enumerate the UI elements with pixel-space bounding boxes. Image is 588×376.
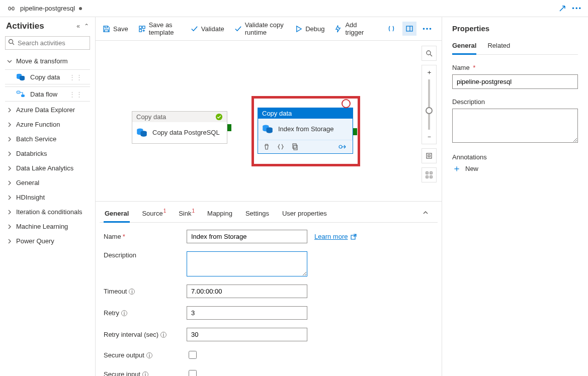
- plus-icon: ＋: [452, 164, 461, 173]
- sidebar-group-databricks[interactable]: Databricks: [0, 146, 95, 161]
- pipeline-description-label: Description: [452, 98, 578, 106]
- delete-icon[interactable]: [263, 143, 270, 150]
- sidebar-group-batch-service[interactable]: Batch Service: [0, 132, 95, 146]
- more-menu-icon[interactable]: •••: [572, 5, 582, 12]
- timeout-label: Timeouti: [104, 288, 187, 295]
- database-copy-icon: [136, 127, 147, 137]
- external-link-icon: [351, 234, 357, 240]
- svg-point-22: [427, 51, 431, 55]
- detail-tab-user-properties[interactable]: User properties: [281, 207, 328, 222]
- add-trigger-button[interactable]: Add trigger: [334, 21, 364, 36]
- zoom-slider[interactable]: ＋ －: [422, 65, 437, 144]
- sidebar-group-move-transform[interactable]: Move & transform: [0, 54, 95, 68]
- activity-data-flow[interactable]: Data flow ⋮⋮: [5, 86, 90, 102]
- svg-rect-11: [139, 29, 142, 32]
- trigger-icon: [334, 25, 342, 33]
- retry-input[interactable]: [187, 306, 307, 320]
- output-arrow-icon[interactable]: [339, 143, 348, 150]
- info-icon[interactable]: i: [121, 310, 127, 316]
- window-expand-icon[interactable]: [559, 5, 566, 12]
- props-tab-related[interactable]: Related: [487, 40, 510, 54]
- info-icon[interactable]: i: [146, 352, 152, 358]
- zoom-in-button[interactable]: ＋: [422, 65, 436, 79]
- retry-interval-input[interactable]: [187, 328, 307, 341]
- svg-line-23: [430, 54, 432, 56]
- sidebar-group-azure-data-explorer[interactable]: Azure Data Explorer: [0, 103, 95, 117]
- activity-name-input[interactable]: [187, 230, 307, 243]
- secure-output-checkbox[interactable]: [189, 351, 197, 359]
- detail-tab-settings[interactable]: Settings: [244, 207, 270, 222]
- pipeline-description-input[interactable]: [452, 109, 578, 143]
- chevron-right-icon: [7, 166, 12, 171]
- sidebar-group-machine-learning[interactable]: Machine Learning: [0, 219, 95, 234]
- secure-input-label: Secure inputi: [104, 370, 187, 377]
- detail-tab-mapping[interactable]: Mapping: [206, 207, 233, 222]
- properties-toggle-button[interactable]: [402, 22, 416, 36]
- svg-rect-0: [9, 7, 11, 10]
- add-annotation-button[interactable]: ＋ New: [452, 164, 578, 173]
- svg-rect-25: [428, 155, 430, 157]
- database-copy-icon: [16, 73, 25, 81]
- pipeline-icon: [8, 5, 16, 13]
- canvas-node-copy-postgresql[interactable]: Copy data Copy data PostgreSQL: [132, 111, 227, 144]
- play-icon: [295, 25, 302, 33]
- debug-button[interactable]: Debug: [295, 25, 324, 33]
- learn-more-link[interactable]: Learn more: [314, 233, 357, 240]
- chevron-right-icon: [7, 180, 12, 185]
- auto-layout-button[interactable]: [422, 167, 437, 182]
- svg-rect-1: [12, 7, 14, 10]
- node-output-port[interactable]: [227, 124, 231, 131]
- pipeline-canvas[interactable]: Copy data Copy data PostgreSQL: [96, 41, 442, 201]
- activities-search-input[interactable]: [5, 36, 90, 50]
- node-output-port[interactable]: [353, 128, 357, 135]
- sidebar-group-power-query[interactable]: Power Query: [0, 234, 95, 248]
- sidebar-group-azure-function[interactable]: Azure Function: [0, 117, 95, 132]
- validate-button[interactable]: Validate: [191, 25, 224, 33]
- detail-tab-source[interactable]: Source1: [141, 207, 166, 222]
- properties-panel: Properties General Related Name * Descri…: [442, 17, 588, 376]
- save-as-template-button[interactable]: Save as template: [138, 21, 181, 36]
- secure-input-checkbox[interactable]: [189, 370, 197, 376]
- fit-to-screen-button[interactable]: [422, 148, 437, 163]
- save-button[interactable]: Save: [103, 25, 128, 33]
- chevron-right-icon: [7, 195, 12, 200]
- detail-tab-general[interactable]: General: [104, 207, 130, 222]
- error-badge-icon: 1: [163, 208, 166, 214]
- pipeline-name-input[interactable]: [452, 74, 578, 89]
- database-copy-icon: [262, 124, 273, 134]
- sidebar-group-data-lake-analytics[interactable]: Data Lake Analytics: [0, 161, 95, 175]
- sidebar-group-general[interactable]: General: [0, 175, 95, 190]
- pipeline-tab[interactable]: pipeline-postgresql: [4, 3, 86, 15]
- status-ok-icon: [215, 113, 223, 121]
- check-icon: [191, 25, 198, 33]
- info-icon[interactable]: i: [129, 289, 135, 295]
- dataflow-icon: [16, 90, 25, 98]
- activity-copy-data[interactable]: Copy data ⋮⋮: [5, 69, 90, 84]
- zoom-out-button[interactable]: －: [422, 130, 436, 144]
- sidebar-title: Activities: [6, 21, 76, 31]
- info-icon[interactable]: i: [160, 332, 166, 338]
- props-tab-general[interactable]: General: [452, 40, 476, 54]
- code-view-button[interactable]: [384, 22, 398, 36]
- error-marker-icon: [342, 99, 351, 108]
- validate-copy-runtime-button[interactable]: Validate copy runtime: [234, 21, 285, 36]
- copy-icon[interactable]: [291, 143, 298, 150]
- chevron-right-icon: [7, 137, 12, 142]
- zoom-thumb[interactable]: [426, 107, 433, 114]
- check-icon: [234, 25, 242, 33]
- sidebar-group-hdinsight[interactable]: HDInsight: [0, 190, 95, 205]
- sidebar-group-iteration-conditionals[interactable]: Iteration & conditionals: [0, 205, 95, 219]
- detail-tab-sink[interactable]: Sink1: [178, 207, 195, 222]
- timeout-input[interactable]: [187, 285, 307, 298]
- panel-collapse-button[interactable]: [423, 207, 434, 222]
- canvas-node-index-from-storage[interactable]: Copy data Index from Storage: [258, 108, 353, 154]
- code-braces-icon[interactable]: [277, 143, 284, 150]
- collapse-all-icon[interactable]: ⌃: [84, 23, 89, 30]
- info-icon[interactable]: i: [142, 371, 148, 377]
- collapse-left-icon[interactable]: «: [76, 23, 80, 30]
- chevron-right-icon: [7, 151, 12, 156]
- svg-point-21: [339, 145, 342, 148]
- canvas-search-button[interactable]: [422, 46, 437, 61]
- toolbar-more-button[interactable]: •••: [421, 22, 435, 36]
- activity-description-input[interactable]: [187, 251, 307, 276]
